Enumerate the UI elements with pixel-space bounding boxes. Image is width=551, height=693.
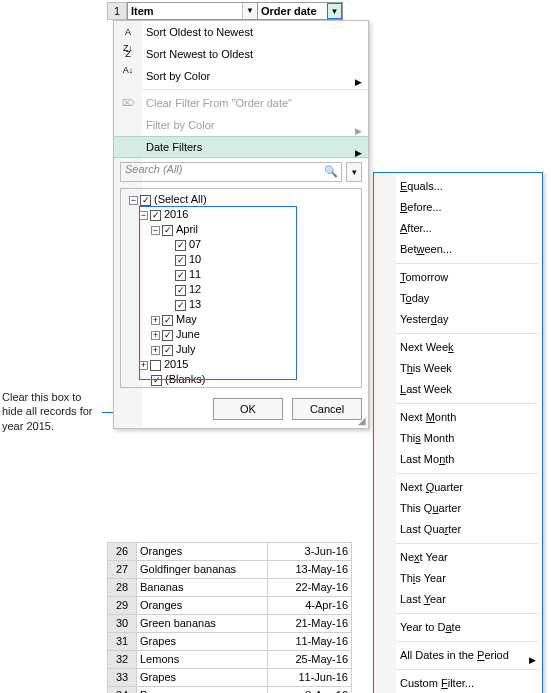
table-row[interactable]: 29Oranges4-Apr-16 (107, 597, 352, 615)
checkbox[interactable] (162, 330, 173, 341)
filter-last-month[interactable]: Last Month (374, 449, 542, 470)
filter-next-month[interactable]: Next Month (374, 407, 542, 428)
resize-handle-icon[interactable]: ◢ (358, 415, 366, 426)
filter-dropdown-icon[interactable]: ▼ (242, 3, 257, 19)
row-header[interactable]: 33 (107, 668, 137, 687)
cancel-button[interactable]: Cancel (292, 398, 362, 420)
checkbox[interactable] (162, 345, 173, 356)
row-header[interactable]: 32 (107, 650, 137, 669)
filter-before[interactable]: Before... (374, 197, 542, 218)
expand-icon[interactable]: + (139, 361, 148, 370)
filter-year-to-date[interactable]: Year to Date (374, 617, 542, 638)
filter-last-year[interactable]: Last Year (374, 589, 542, 610)
cell-date[interactable]: 4-Apr-16 (267, 596, 352, 615)
column-header-item[interactable]: Item▼ (127, 2, 258, 20)
cell-item[interactable]: Grapes (136, 632, 268, 651)
sort-newest-oldest[interactable]: ZA↓ Sort Newest to Oldest (114, 43, 368, 65)
tree-day-11[interactable]: 11 (123, 267, 359, 282)
column-header-order-date[interactable]: Order date▼ (258, 2, 343, 20)
cell-date[interactable]: 22-May-16 (267, 578, 352, 597)
table-row[interactable]: 34Bananas8-Apr-16 (107, 687, 352, 693)
checkbox[interactable] (162, 225, 173, 236)
cell-item[interactable]: Lemons (136, 650, 268, 669)
tree-day-07[interactable]: 07 (123, 237, 359, 252)
checkbox[interactable] (175, 300, 186, 311)
tree-day-13[interactable]: 13 (123, 297, 359, 312)
filter-after[interactable]: After... (374, 218, 542, 239)
filter-dropdown-icon[interactable]: ▼ (327, 3, 342, 19)
tree-day-12[interactable]: 12 (123, 282, 359, 297)
cell-date[interactable]: 8-Apr-16 (267, 686, 352, 693)
tree-blanks[interactable]: (Blanks) (123, 372, 359, 387)
cell-date[interactable]: 11-May-16 (267, 632, 352, 651)
collapse-icon[interactable]: − (139, 211, 148, 220)
checkbox[interactable] (175, 270, 186, 281)
collapse-icon[interactable]: − (129, 196, 138, 205)
filter-next-week[interactable]: Next Week (374, 337, 542, 358)
cell-item[interactable]: Grapes (136, 668, 268, 687)
tree-month-may[interactable]: +May (123, 312, 359, 327)
tree-month-july[interactable]: +July (123, 342, 359, 357)
tree-year-2015[interactable]: +2015 (123, 357, 359, 372)
filter-all-dates-period[interactable]: All Dates in the Period▶ (374, 645, 542, 666)
tree-month-june[interactable]: +June (123, 327, 359, 342)
sort-by-color[interactable]: Sort by Color ▶ (114, 65, 368, 87)
checkbox[interactable] (140, 195, 151, 206)
cell-item[interactable]: Green bananas (136, 614, 268, 633)
tree-day-10[interactable]: 10 (123, 252, 359, 267)
checkbox[interactable] (150, 360, 161, 371)
expand-icon[interactable]: + (151, 331, 160, 340)
filter-this-year[interactable]: This Year (374, 568, 542, 589)
filter-between[interactable]: Between... (374, 239, 542, 260)
search-options-button[interactable]: ▾ (346, 162, 362, 182)
table-row[interactable]: 27Goldfinger bananas13-May-16 (107, 561, 352, 579)
row-header[interactable]: 28 (107, 578, 137, 597)
checkbox[interactable] (162, 315, 173, 326)
tree-year-2016[interactable]: −2016 (123, 207, 359, 222)
row-header[interactable]: 29 (107, 596, 137, 615)
cell-date[interactable]: 25-May-16 (267, 650, 352, 669)
cell-item[interactable]: Bananas (136, 578, 268, 597)
cell-date[interactable]: 3-Jun-16 (267, 542, 352, 561)
cell-date[interactable]: 13-May-16 (267, 560, 352, 579)
filter-tomorrow[interactable]: Tomorrow (374, 267, 542, 288)
filter-yesterday[interactable]: Yesterday (374, 309, 542, 330)
row-header[interactable]: 26 (107, 542, 137, 561)
filter-equals[interactable]: Equals... (374, 176, 542, 197)
cell-date[interactable]: 21-May-16 (267, 614, 352, 633)
filter-this-quarter[interactable]: This Quarter (374, 498, 542, 519)
filter-next-year[interactable]: Next Year (374, 547, 542, 568)
filter-today[interactable]: Today (374, 288, 542, 309)
cell-item[interactable]: Oranges (136, 542, 268, 561)
filter-this-week[interactable]: This Week (374, 358, 542, 379)
row-header[interactable]: 27 (107, 560, 137, 579)
table-row[interactable]: 31Grapes11-May-16 (107, 633, 352, 651)
cell-item[interactable]: Oranges (136, 596, 268, 615)
checkbox[interactable] (175, 255, 186, 266)
filter-last-week[interactable]: Last Week (374, 379, 542, 400)
cell-item[interactable]: Bananas (136, 686, 268, 693)
filter-this-month[interactable]: This Month (374, 428, 542, 449)
filter-last-quarter[interactable]: Last Quarter (374, 519, 542, 540)
table-row[interactable]: 28Bananas22-May-16 (107, 579, 352, 597)
expand-icon[interactable]: + (151, 316, 160, 325)
sort-oldest-newest[interactable]: AZ↓ Sort Oldest to Newest (114, 21, 368, 43)
cell-date[interactable]: 11-Jun-16 (267, 668, 352, 687)
date-filters[interactable]: Date Filters ▶ (114, 136, 368, 158)
table-row[interactable]: 33Grapes11-Jun-16 (107, 669, 352, 687)
checkbox[interactable] (175, 285, 186, 296)
row-header[interactable]: 34 (107, 686, 137, 693)
cell-item[interactable]: Goldfinger bananas (136, 560, 268, 579)
expand-icon[interactable]: + (151, 346, 160, 355)
table-row[interactable]: 26Oranges3-Jun-16 (107, 543, 352, 561)
table-row[interactable]: 32Lemons25-May-16 (107, 651, 352, 669)
search-input[interactable]: Search (All) 🔍 (120, 162, 342, 182)
row-number-header[interactable]: 1 (107, 2, 127, 20)
table-row[interactable]: 30Green bananas21-May-16 (107, 615, 352, 633)
row-header[interactable]: 31 (107, 632, 137, 651)
tree-month-april[interactable]: −April (123, 222, 359, 237)
filter-custom[interactable]: Custom Filter... (374, 673, 542, 693)
checkbox[interactable] (175, 240, 186, 251)
checkbox[interactable] (151, 375, 162, 386)
collapse-icon[interactable]: − (151, 226, 160, 235)
